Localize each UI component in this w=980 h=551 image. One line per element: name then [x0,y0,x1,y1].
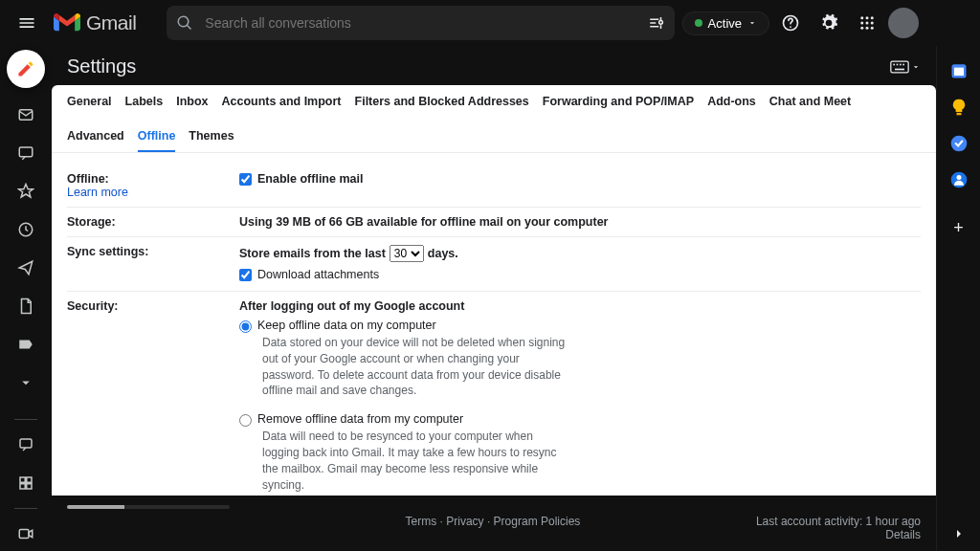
svg-point-9 [860,27,863,30]
privacy-link[interactable]: Privacy [446,515,483,528]
sync-days-select[interactable]: 30 [390,245,424,262]
apps-button[interactable] [850,6,884,40]
svg-point-0 [658,20,662,24]
storage-quota-bar[interactable] [67,505,230,509]
keep-data-radio[interactable] [239,320,252,333]
star-icon [17,183,34,200]
svg-rect-22 [893,63,895,65]
contacts-icon [949,170,969,189]
remove-data-radio[interactable] [239,414,252,427]
tab-advanced[interactable]: Advanced [67,129,124,152]
remove-data-label: Remove offline data from my computer [257,412,463,426]
tab-forwarding-and-pop-imap[interactable]: Forwarding and POP/IMAP [543,95,694,116]
caret-down-icon [911,62,921,72]
svg-point-6 [860,22,863,25]
search-input[interactable] [205,15,635,31]
download-attachments-label: Download attachments [257,268,379,281]
gear-icon [819,13,838,33]
download-attachments-checkbox[interactable] [239,269,252,281]
activity-text: Last account activity: 1 hour ago [756,515,921,528]
svg-rect-28 [954,68,964,76]
pencil-icon [16,59,35,78]
storage-section-label: Storage: [67,215,239,229]
clock-icon [17,221,34,238]
nav-snoozed[interactable] [9,212,43,247]
help-icon [781,13,800,33]
svg-point-2 [790,26,791,28]
left-nav-rail [0,46,52,551]
search-box[interactable] [167,6,674,40]
nav-spaces[interactable] [9,428,43,462]
compose-button[interactable] [7,50,45,88]
status-label: Active [708,16,742,31]
keyboard-icon [890,60,909,74]
settings-tabs: GeneralLabelsInboxAccounts and ImportFil… [52,85,936,153]
tab-offline[interactable]: Offline [138,129,176,152]
tab-general[interactable]: General [67,95,112,116]
tab-filters-and-blocked-addresses[interactable]: Filters and Blocked Addresses [355,95,529,116]
tab-add-ons[interactable]: Add-ons [707,95,756,116]
nav-dashboard[interactable] [9,466,43,500]
nav-mail[interactable] [9,98,43,132]
input-tools-button[interactable] [890,60,921,74]
contacts-app[interactable] [949,170,969,189]
terms-link[interactable]: Terms [406,515,437,528]
tasks-app[interactable] [949,134,969,153]
sync-section-label: Sync settings: [67,245,239,258]
tab-chat-and-meet[interactable]: Chat and Meet [769,95,851,116]
svg-rect-17 [27,477,32,482]
video-icon [17,525,34,542]
storage-usage-text: Using 39 MB of 66 GB available for offli… [239,215,921,229]
search-options-icon[interactable] [648,14,665,32]
page-title: Settings [67,55,136,77]
sync-store-prefix: Store emails from the last [239,247,386,260]
rail-divider [14,419,37,420]
nav-chat[interactable] [9,136,43,170]
tasks-icon [949,134,969,153]
svg-point-5 [871,16,874,19]
svg-point-4 [866,16,869,19]
nav-sent[interactable] [9,251,43,285]
nav-label[interactable] [9,327,43,362]
hamburger-icon [17,13,36,33]
grid-icon [17,474,34,492]
support-button[interactable] [773,6,808,40]
main-menu-button[interactable] [8,4,46,42]
details-link[interactable]: Details [885,528,921,541]
chat-bubble-icon [17,436,34,453]
keep-app[interactable] [949,98,969,117]
tab-themes[interactable]: Themes [189,129,234,152]
nav-meet[interactable] [9,517,43,551]
calendar-app[interactable] [949,61,969,80]
chat-icon [17,144,34,162]
learn-more-link[interactable]: Learn more [67,186,128,199]
add-addon-button[interactable]: + [953,218,964,238]
side-panel: + [936,46,980,551]
keep-data-label: Keep offline data on my computer [257,319,436,332]
tab-inbox[interactable]: Inbox [176,95,208,116]
tab-labels[interactable]: Labels [125,95,164,116]
account-avatar[interactable] [888,8,919,38]
svg-point-3 [860,16,863,19]
nav-more[interactable] [9,365,43,400]
tab-accounts-and-import[interactable]: Accounts and Import [222,95,342,116]
svg-rect-19 [27,484,32,489]
remove-data-desc: Data will need to be resynced to your co… [262,429,568,493]
svg-rect-21 [891,61,908,73]
hide-side-panel-button[interactable] [951,526,967,541]
apps-grid-icon [858,14,876,32]
nav-starred[interactable] [9,174,43,209]
status-selector[interactable]: Active [682,11,769,35]
enable-offline-checkbox[interactable] [239,173,252,186]
policies-link[interactable]: Program Policies [494,515,581,528]
security-section-label: Security: [67,299,239,313]
label-icon [17,336,34,353]
chevron-right-icon [951,526,967,541]
security-heading: After logging out of my Google account [239,299,921,313]
svg-point-32 [956,175,961,180]
nav-drafts[interactable] [9,289,43,323]
settings-button[interactable] [812,6,846,40]
gmail-logo[interactable]: Gmail [54,11,136,34]
svg-rect-20 [19,530,29,539]
document-icon [17,298,34,315]
